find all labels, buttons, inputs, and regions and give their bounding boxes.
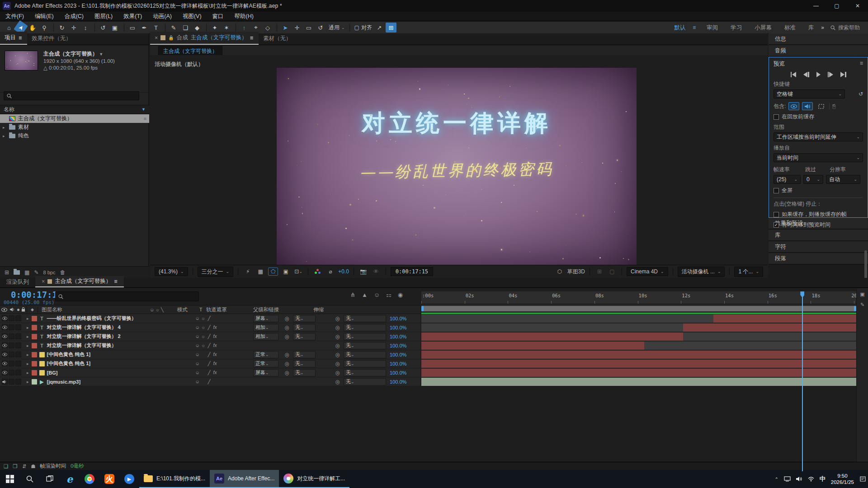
panel-header-字符[interactable]: 字符 [769, 241, 868, 253]
play-from-select[interactable]: 当前时间⌄ [774, 153, 863, 162]
layer-duration-bar[interactable] [713, 314, 856, 323]
parent-pickwhip-icon[interactable]: ◎ [335, 333, 340, 340]
panel-header-段落[interactable]: 段落 [769, 253, 868, 265]
switch-quality-icon[interactable]: ╱ [206, 352, 212, 357]
switch-quality-icon[interactable]: ╱ [206, 325, 212, 330]
layer-trkmat-select[interactable]: 无 ⌄ [293, 351, 316, 358]
menu-item-3[interactable]: 合成(C) [65, 13, 84, 20]
layer-duration-bar[interactable] [421, 333, 683, 341]
minimize-button[interactable]: — [806, 0, 826, 12]
layer-stretch-value[interactable]: 100.0% [390, 325, 406, 330]
previous-frame-button[interactable] [803, 71, 809, 78]
taskbar-app-ae[interactable]: AeAdobe After Effec... [210, 470, 279, 488]
expander-icon[interactable]: ▸ [3, 134, 6, 138]
motion-blur-icon[interactable]: ◉ [398, 291, 403, 298]
pen-tool[interactable]: ✒ [139, 23, 150, 33]
layer-label-chip[interactable] [32, 316, 37, 321]
rotation-tool[interactable]: ↺ [98, 23, 108, 33]
tray-volume-icon[interactable] [796, 476, 802, 482]
lock-column-icon[interactable] [21, 307, 25, 312]
include-audio-icon[interactable] [802, 102, 813, 110]
switch-shy-icon[interactable]: ☺ [194, 361, 200, 366]
workspace-tab-学习[interactable]: 学习 [725, 23, 747, 33]
layer-lock-toggle[interactable] [15, 333, 21, 339]
layer-visibility-toggle[interactable] [2, 315, 8, 321]
layer-solo-toggle[interactable] [9, 324, 14, 330]
exposure-value[interactable]: +0.0 [338, 268, 349, 275]
renderer-select[interactable]: Cinema 4D⌄ [627, 267, 668, 276]
project-item[interactable]: ▸纯色 [0, 131, 149, 140]
switch-quality-icon[interactable]: ╱ [206, 370, 212, 375]
name-column-header[interactable]: 名称 ▼ [0, 105, 149, 114]
draft-3d-icon[interactable]: ▲ [362, 291, 368, 298]
fast-preview-icon[interactable]: ⚡ [243, 267, 253, 276]
viewer-timecode[interactable]: 0:00:17:15 [391, 267, 433, 276]
workspace-menu-icon[interactable]: ≡ [693, 24, 696, 31]
layer-parent-select[interactable]: 无 ⌄ [344, 342, 386, 349]
layer-name[interactable]: [中间色黄色 纯色 1] [47, 360, 91, 367]
layer-lock-toggle[interactable] [15, 361, 21, 366]
switch-shy-icon[interactable]: ☺ [194, 370, 200, 375]
switch-fx-icon[interactable]: fx [212, 343, 218, 348]
notification-center-icon[interactable] [859, 476, 866, 482]
layer-name-column-header[interactable]: 图层名称 [42, 306, 62, 313]
switch-quality-icon[interactable]: ╱ [206, 379, 212, 384]
cache-before-playback-checkbox[interactable] [774, 114, 779, 120]
task-view-icon[interactable] [40, 470, 60, 488]
comp-marker-icon[interactable]: ▣ [860, 291, 864, 297]
layer-row[interactable]: ▸T对立统一律详解（文字可替换）☺☼╱fx◎无 ⌄100.0% [0, 341, 420, 350]
switch-quality-icon[interactable]: ╱ [206, 334, 212, 339]
panel-menu-icon[interactable]: ≡ [250, 35, 253, 41]
tab-footage[interactable]: 素材（无） [259, 33, 297, 45]
switch-sun-icon[interactable] [200, 370, 206, 375]
clone-stamp-tool[interactable]: ❏ [180, 23, 191, 33]
switch-sun-icon[interactable]: ☼ [200, 325, 206, 330]
layer-name[interactable]: 对立统一律详解（文字可替换） 4 [47, 324, 121, 331]
export-icon[interactable]: 🖰⃔ [832, 103, 835, 109]
shortcut-select[interactable]: 空格键⌄ [774, 89, 845, 99]
layer-expander-icon[interactable]: ▸ [27, 371, 29, 375]
quick-scale[interactable]: ▭ [303, 23, 314, 33]
layer-expander-icon[interactable]: ▸ [27, 361, 29, 366]
menu-item-8[interactable]: 窗口 [212, 13, 224, 20]
pin-tool[interactable]: ✶ [221, 23, 232, 33]
time-ruler[interactable]: :00s02s04s06s08s10s12s14s16s18s20s [421, 291, 856, 304]
snap-grid-icon[interactable]: ⊞ [386, 23, 396, 33]
label-column-icon[interactable]: ◆ [31, 307, 34, 312]
project-search-input[interactable] [4, 91, 139, 100]
move-time-checkbox[interactable]: ✓ [774, 222, 779, 228]
comp-canvas[interactable]: 对立统一律详解 ——纷乱世界的终极密码 [277, 68, 637, 265]
panel-header-音频[interactable]: 音频 [769, 45, 868, 57]
layer-stretch-value[interactable]: 100.0% [390, 352, 406, 357]
layer-row[interactable]: ▸T对立统一律详解（文字可替换） 2☺☼╱fx相加 ⌄◎无 ⌄◎无 ⌄100.0… [0, 332, 420, 341]
include-video-icon[interactable] [788, 102, 799, 110]
align-checkbox-icon[interactable]: ▢ [354, 24, 359, 31]
layer-lock-toggle[interactable] [15, 315, 21, 321]
layer-duration-bar[interactable] [421, 378, 856, 386]
tray-display-icon[interactable] [784, 476, 791, 482]
parent-column-header[interactable]: 父级和链接 [253, 306, 279, 313]
fast-preview-label[interactable]: 草图3D [567, 268, 585, 276]
tray-network-icon[interactable] [808, 477, 814, 482]
layer-name[interactable]: [BG] [47, 370, 58, 375]
grid-guides-select[interactable]: 三分之一⌄ [198, 267, 234, 277]
layer-lock-toggle[interactable] [15, 324, 21, 330]
layer-label-chip[interactable] [32, 343, 37, 348]
tab-composition[interactable]: × 🔒 合成 主合成（文字可替换） ≡ [150, 32, 259, 45]
switch-fx-icon[interactable] [212, 379, 218, 384]
resolution-select[interactable]: 自动⌄ [826, 175, 860, 184]
menu-item-1[interactable]: 文件(F) [5, 13, 24, 20]
quick-selection[interactable]: ➤ [280, 23, 291, 33]
parent-pickwhip-icon[interactable]: ◎ [335, 343, 340, 349]
parent-pickwhip-icon[interactable]: ◎ [335, 361, 340, 367]
layer-label-chip[interactable] [32, 334, 37, 339]
play-cached-frames-checkbox[interactable] [774, 212, 779, 217]
panel-menu-icon[interactable]: ≡ [114, 278, 117, 285]
layer-parent-select[interactable]: 无 ⌄ [344, 333, 386, 340]
solo-column-icon[interactable]: ● [17, 307, 20, 312]
layer-trkmat-select[interactable]: 无 ⌄ [293, 324, 316, 331]
layer-label-chip[interactable] [32, 325, 37, 330]
layer-trkmat-select[interactable]: 无 ⌄ [293, 360, 316, 367]
trkmat-pickwhip-icon[interactable]: ◎ [285, 352, 289, 358]
layer-expander-icon[interactable]: ▸ [27, 380, 29, 384]
